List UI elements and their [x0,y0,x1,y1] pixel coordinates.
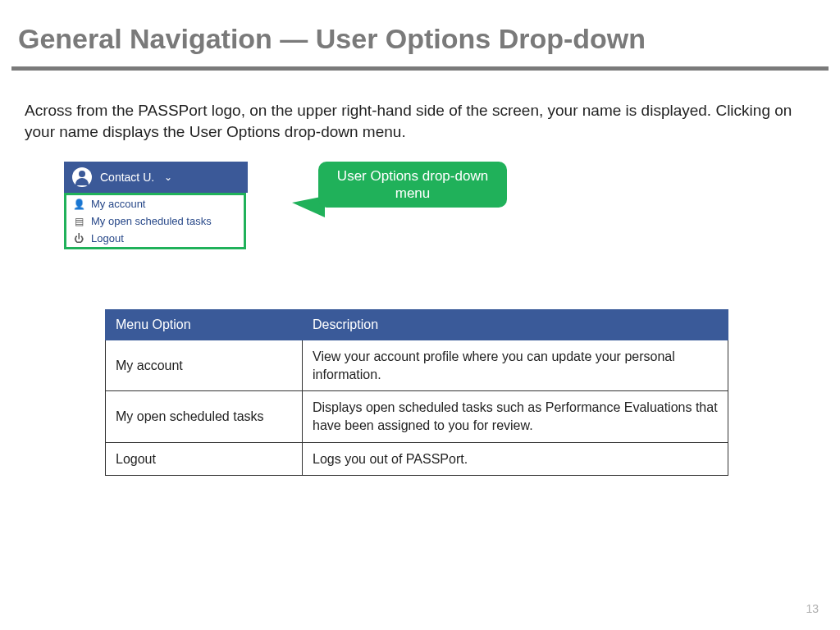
cell-description: Logs you out of PASSPort. [303,442,728,476]
intro-text: Across from the PASSPort logo, on the up… [0,71,840,142]
table-row: Logout Logs you out of PASSPort. [106,442,728,476]
menu-item-label: My open scheduled tasks [91,215,212,227]
user-options-dropdown: 👤 My account ▤ My open scheduled tasks ⏻… [64,193,246,249]
table-row: My account View your account profile whe… [106,340,728,391]
user-header-bar[interactable]: Contact U. ⌄ [64,162,248,193]
cell-option: Logout [106,442,303,476]
menu-item-logout[interactable]: ⏻ Logout [66,230,244,247]
avatar-icon [72,167,92,187]
menu-item-my-account[interactable]: 👤 My account [66,195,244,212]
page-title: General Navigation — User Options Drop-d… [0,0,840,66]
user-name-label: Contact U. [100,171,154,184]
page-number: 13 [806,602,819,615]
document-icon: ▤ [73,216,84,227]
menu-item-label: Logout [91,232,124,244]
options-table: Menu Option Description My account View … [105,309,728,476]
menu-item-open-tasks[interactable]: ▤ My open scheduled tasks [66,212,244,230]
table-header-row: Menu Option Description [106,310,728,340]
table-header-option: Menu Option [106,310,303,340]
menu-item-label: My account [91,198,145,210]
power-icon: ⏻ [73,233,84,244]
chevron-down-icon: ⌄ [164,171,172,183]
cell-option: My open scheduled tasks [106,391,303,442]
table-header-description: Description [303,310,728,340]
cell-description: Displays open scheduled tasks such as Pe… [303,391,728,442]
cell-description: View your account profile where you can … [303,340,728,391]
illustration-area: Contact U. ⌄ 👤 My account ▤ My open sche… [64,162,840,276]
callout-box: User Options drop-down menu [318,162,507,208]
person-icon: 👤 [73,199,84,210]
table-row: My open scheduled tasks Displays open sc… [106,391,728,442]
cell-option: My account [106,340,303,391]
